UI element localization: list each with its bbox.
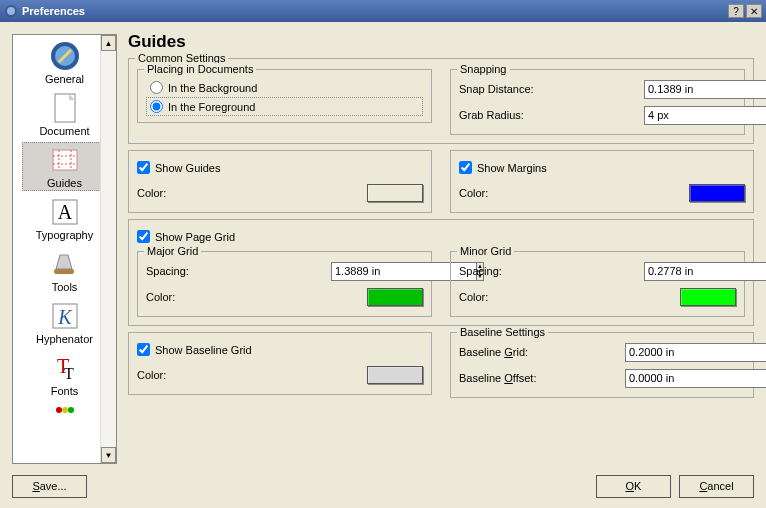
scroll-up-button[interactable]: ▲	[101, 35, 116, 51]
hyphenator-icon: K	[49, 300, 81, 332]
svg-text:A: A	[57, 201, 72, 223]
guides-icon	[49, 144, 81, 176]
show-page-grid-checkbox[interactable]	[137, 230, 150, 243]
svg-point-1	[7, 7, 15, 15]
sidebar-item-guides[interactable]: Guides	[22, 142, 107, 191]
sidebar-item-general[interactable]: General	[22, 38, 107, 87]
show-guides-label: Show Guides	[155, 162, 220, 174]
more-icon	[49, 404, 81, 416]
snapping-group: Snapping Snap Distance: ▲▼ Grab Radius:	[450, 69, 745, 135]
svg-point-19	[68, 407, 74, 413]
minor-grid-group: Minor Grid Spacing: ▲▼ Color:	[450, 251, 745, 317]
help-button[interactable]: ?	[728, 4, 744, 18]
radio-background[interactable]: In the Background	[146, 78, 423, 97]
sidebar: General Document Guides A Typography	[12, 34, 117, 464]
sidebar-item-hyphenator[interactable]: K Hyphenator	[22, 298, 107, 347]
show-margins-group: Show Margins Color:	[450, 150, 754, 213]
minor-spacing-spinner[interactable]: ▲▼	[644, 262, 736, 281]
app-icon	[4, 4, 18, 18]
tools-icon	[49, 248, 81, 280]
baseline-grid-label: Baseline Grid:	[459, 346, 528, 358]
minor-color-label: Color:	[459, 291, 488, 303]
guides-color-swatch[interactable]	[367, 184, 423, 202]
page-grid-group: Show Page Grid Major Grid Spacing: ▲▼	[128, 219, 754, 326]
svg-rect-5	[53, 150, 77, 170]
typography-icon: A	[49, 196, 81, 228]
radio-foreground-input[interactable]	[150, 100, 163, 113]
baseline-settings-group: Baseline Settings Baseline Grid: ▲▼ Base…	[450, 332, 754, 398]
fonts-icon: TT	[49, 352, 81, 384]
ok-button[interactable]: OK	[596, 475, 671, 498]
baseline-grid-group: Show Baseline Grid Color:	[128, 332, 432, 395]
major-grid-group: Major Grid Spacing: ▲▼ Color:	[137, 251, 432, 317]
sidebar-scrollbar[interactable]: ▲ ▼	[100, 35, 116, 463]
major-color-swatch[interactable]	[367, 288, 423, 306]
save-button[interactable]: Save...	[12, 475, 87, 498]
svg-text:K: K	[57, 306, 73, 328]
grab-radius-label: Grab Radius:	[459, 109, 524, 121]
margins-color-swatch[interactable]	[689, 184, 745, 202]
major-spacing-spinner[interactable]: ▲▼	[331, 262, 423, 281]
snap-distance-input[interactable]	[644, 80, 766, 99]
show-page-grid-label: Show Page Grid	[155, 231, 235, 243]
svg-text:T: T	[64, 365, 74, 382]
baseline-grid-spinner[interactable]: ▲▼	[625, 343, 745, 362]
page-title: Guides	[128, 32, 754, 52]
show-guides-checkbox[interactable]	[137, 161, 150, 174]
svg-point-18	[62, 407, 68, 413]
major-color-label: Color:	[146, 291, 175, 303]
grab-radius-input[interactable]	[644, 106, 766, 125]
snap-distance-label: Snap Distance:	[459, 83, 534, 95]
show-guides-group: Show Guides Color:	[128, 150, 432, 213]
snap-distance-spinner[interactable]: ▲▼	[644, 80, 736, 99]
sidebar-item-document[interactable]: Document	[22, 90, 107, 139]
baseline-offset-spinner[interactable]: ▲▼	[625, 369, 745, 388]
show-margins-checkbox[interactable]	[459, 161, 472, 174]
cancel-button[interactable]: Cancel	[679, 475, 754, 498]
show-margins-label: Show Margins	[477, 162, 547, 174]
sidebar-item-more[interactable]	[22, 402, 107, 419]
minor-spacing-input[interactable]	[644, 262, 766, 281]
sidebar-item-tools[interactable]: Tools	[22, 246, 107, 295]
margins-color-label: Color:	[459, 187, 488, 199]
document-icon	[49, 92, 81, 124]
sidebar-item-fonts[interactable]: TT Fonts	[22, 350, 107, 399]
placing-group: Placing in Documents In the Background I…	[137, 69, 432, 123]
show-baseline-checkbox[interactable]	[137, 343, 150, 356]
general-icon	[49, 40, 81, 72]
major-spacing-label: Spacing:	[146, 265, 189, 277]
close-button[interactable]: ✕	[746, 4, 762, 18]
minor-color-swatch[interactable]	[680, 288, 736, 306]
show-baseline-label: Show Baseline Grid	[155, 344, 252, 356]
main-panel: Guides Common Settings Placing in Docume…	[128, 32, 754, 460]
baseline-color-label: Color:	[137, 369, 166, 381]
baseline-offset-input[interactable]	[625, 369, 766, 388]
sidebar-item-typography[interactable]: A Typography	[22, 194, 107, 243]
svg-rect-12	[54, 269, 74, 274]
window-title: Preferences	[22, 5, 85, 17]
guides-color-label: Color:	[137, 187, 166, 199]
minor-spacing-label: Spacing:	[459, 265, 502, 277]
titlebar: Preferences ? ✕	[0, 0, 766, 22]
common-settings-group: Common Settings Placing in Documents In …	[128, 58, 754, 144]
baseline-offset-label: Baseline Offset:	[459, 372, 536, 384]
radio-foreground[interactable]: In the Foreground	[146, 97, 423, 116]
scroll-down-button[interactable]: ▼	[101, 447, 116, 463]
radio-background-input[interactable]	[150, 81, 163, 94]
svg-point-17	[56, 407, 62, 413]
bottom-bar: Save... OK Cancel	[0, 464, 766, 508]
grab-radius-spinner[interactable]: ▲▼	[644, 106, 736, 125]
baseline-grid-input[interactable]	[625, 343, 766, 362]
baseline-color-swatch[interactable]	[367, 366, 423, 384]
